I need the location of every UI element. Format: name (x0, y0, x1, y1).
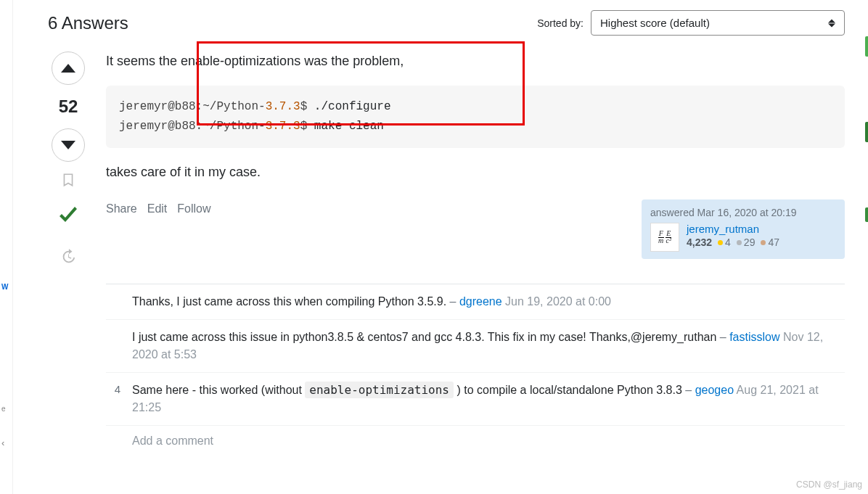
follow-link[interactable]: Follow (177, 202, 210, 215)
answer-paragraph: takes care of it in my case. (106, 162, 845, 182)
gutter-marker: e (1, 405, 6, 413)
history-icon[interactable] (60, 249, 76, 267)
caret-up-icon (61, 64, 75, 73)
sorted-by-label: Sorted by: (537, 17, 584, 29)
chevron-updown-icon (828, 19, 835, 27)
watermark: CSDN @sf_jiang (796, 479, 862, 490)
comment-user-link[interactable]: dgreene (459, 295, 502, 308)
left-gutter: W e ‹ (0, 0, 13, 494)
comment: 4 Same here - this worked (without enabl… (106, 373, 845, 426)
inline-code: enable-optimizations (305, 382, 454, 398)
right-tabs (865, 36, 868, 287)
user-card: answered Mar 16, 2020 at 20:19 Fm Ec² je… (642, 199, 845, 259)
add-comment-link[interactable]: Add a comment (106, 426, 845, 448)
comment-body: Thanks, I just came across this when com… (132, 295, 446, 308)
share-link[interactable]: Share (106, 202, 137, 215)
code-block: jeremyr@b88:~/Python-3.7.3$ ./configure … (106, 86, 845, 148)
gold-badge-icon (718, 240, 723, 245)
upvote-button[interactable] (52, 52, 85, 85)
bookmark-icon[interactable] (61, 172, 75, 190)
answers-header: 6 Answers Sorted by: Highest score (defa… (48, 0, 845, 52)
answers-count-title: 6 Answers (48, 13, 128, 33)
comment-body-pre: Same here - this worked (without (132, 384, 305, 396)
user-link[interactable]: jeremy_rutman (687, 223, 779, 235)
gutter-marker: ‹ (1, 437, 4, 448)
comment-score (106, 293, 120, 310)
comment: I just came across this issue in python3… (106, 320, 845, 373)
comment-user-link[interactable]: geogeo (695, 384, 734, 396)
edit-link[interactable]: Edit (147, 202, 168, 215)
vote-column: 52 (48, 52, 89, 448)
comment-date: Jun 19, 2020 at 0:00 (505, 295, 611, 308)
answer-actions: Share Edit Follow (106, 202, 642, 215)
user-stats: 4,232 4 29 47 (687, 236, 779, 248)
comment-score: 4 (106, 382, 120, 416)
vote-score: 52 (59, 96, 78, 117)
side-tab[interactable] (865, 36, 868, 57)
answer-paragraph: It seems the enable-optimizations was th… (106, 52, 845, 71)
downvote-button[interactable] (52, 128, 85, 162)
comment: Thanks, I just came across this when com… (106, 284, 845, 320)
caret-down-icon (61, 141, 75, 149)
silver-badge-icon (737, 240, 742, 245)
comment-body: I just came across this issue in python3… (132, 331, 716, 343)
answered-time: answered Mar 16, 2020 at 20:19 (650, 207, 836, 218)
comment-score (106, 329, 120, 363)
gutter-marker: W (1, 283, 8, 291)
comment-user-link[interactable]: fastisslow (729, 331, 779, 343)
bronze-badge-icon (761, 240, 766, 245)
side-tab[interactable] (865, 122, 868, 142)
comment-body-post: ) to compile a local/standalone Python 3… (456, 384, 681, 396)
accepted-check-icon (55, 203, 81, 231)
comments-list: Thanks, I just came across this when com… (106, 284, 845, 426)
side-tab[interactable] (865, 207, 868, 222)
avatar[interactable]: Fm Ec² (650, 223, 679, 252)
sort-selected-value: Highest score (default) (600, 17, 710, 29)
reputation: 4,232 (687, 236, 712, 248)
sort-select[interactable]: Highest score (default) (591, 10, 845, 36)
